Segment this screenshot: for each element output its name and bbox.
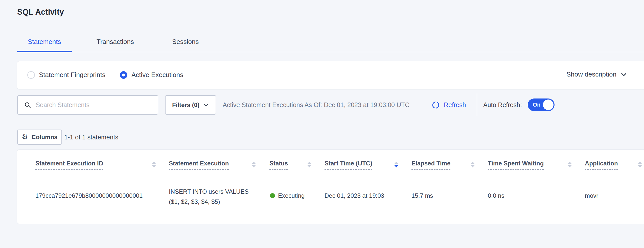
column-header-time-spent-waiting[interactable]: Time Spent Waiting xyxy=(488,160,544,170)
auto-refresh-label: Auto Refresh: xyxy=(483,95,522,115)
sort-icon[interactable] xyxy=(638,162,642,167)
refresh-label[interactable]: Refresh xyxy=(444,101,466,109)
column-header-statement-execution[interactable]: Statement Execution xyxy=(169,160,229,170)
show-description-label[interactable]: Show description xyxy=(566,70,616,78)
sort-icon[interactable] xyxy=(307,162,311,167)
sort-icon[interactable] xyxy=(252,162,256,167)
auto-refresh-toggle[interactable]: On xyxy=(528,98,555,111)
sql-activity-page: SQL Activity Statements Transactions Ses… xyxy=(0,0,644,248)
search-statements-box[interactable] xyxy=(17,95,158,115)
radio-label[interactable]: Statement Fingerprints xyxy=(39,71,105,79)
cell-time-spent-waiting: 0.0 ns xyxy=(488,192,504,199)
cell-statement-execution: INSERT INTO users VALUES ($1, $2, $3, $4… xyxy=(169,187,249,207)
column-header-elapsed-time[interactable]: Elapsed Time xyxy=(411,160,450,170)
radio-unselected-icon[interactable] xyxy=(27,71,35,79)
radio-selected-icon[interactable] xyxy=(120,71,127,79)
column-header-start-time[interactable]: Start Time (UTC) xyxy=(325,160,372,170)
radio-active-executions[interactable]: Active Executions xyxy=(120,71,183,79)
sort-icon[interactable] xyxy=(152,162,156,167)
search-input[interactable] xyxy=(36,101,153,109)
columns-button[interactable]: ⚙ Columns xyxy=(17,130,62,145)
result-count: 1-1 of 1 statements xyxy=(64,130,118,145)
tab-statements[interactable]: Statements xyxy=(28,38,61,46)
cell-start-time: Dec 01, 2023 at 19:03 xyxy=(325,192,384,199)
sort-icon[interactable] xyxy=(471,162,475,167)
view-mode-card: Statement Fingerprints Active Executions… xyxy=(17,61,644,89)
cell-elapsed-time: 15.7 ms xyxy=(411,192,433,199)
page-title: SQL Activity xyxy=(17,8,64,17)
show-description-toggle[interactable]: Show description xyxy=(566,70,628,78)
filters-button-label: Filters (0) xyxy=(172,102,199,109)
column-header-application[interactable]: Application xyxy=(585,160,618,170)
sort-icon[interactable] xyxy=(568,162,572,167)
tab-sessions[interactable]: Sessions xyxy=(172,38,199,46)
as-of-timestamp: Active Statement Executions As Of: Dec 0… xyxy=(223,95,409,115)
header-divider xyxy=(20,178,644,178)
column-header-status[interactable]: Status xyxy=(269,160,288,170)
search-icon xyxy=(24,101,31,109)
active-tab-indicator xyxy=(17,51,72,52)
column-header-statement-execution-id[interactable]: Statement Execution ID xyxy=(35,160,103,170)
refresh-icon[interactable] xyxy=(431,101,440,110)
cell-statement-execution-id: 179cca7921e679b80000000000000001 xyxy=(35,192,143,199)
columns-button-label: Columns xyxy=(32,134,58,141)
tab-transactions[interactable]: Transactions xyxy=(97,38,134,46)
gear-icon: ⚙ xyxy=(22,133,28,140)
toggle-state-label: On xyxy=(533,102,541,108)
sort-icon-active-desc[interactable] xyxy=(394,162,398,167)
statements-table: Statement Execution ID Statement Executi… xyxy=(17,150,644,224)
toggle-knob[interactable] xyxy=(543,100,554,110)
status-executing-dot-icon xyxy=(270,193,275,198)
refresh-button[interactable]: Refresh xyxy=(431,95,466,115)
cell-application: movr xyxy=(585,192,598,199)
chevron-down-icon xyxy=(620,71,628,78)
tab-bar-divider xyxy=(17,52,644,52)
cell-status: Executing xyxy=(278,192,305,199)
radio-label[interactable]: Active Executions xyxy=(131,71,183,79)
filters-button[interactable]: Filters (0) xyxy=(165,95,216,115)
vertical-divider xyxy=(477,93,477,116)
row-divider xyxy=(20,215,644,215)
radio-statement-fingerprints[interactable]: Statement Fingerprints xyxy=(27,71,105,79)
chevron-down-icon xyxy=(203,102,209,108)
